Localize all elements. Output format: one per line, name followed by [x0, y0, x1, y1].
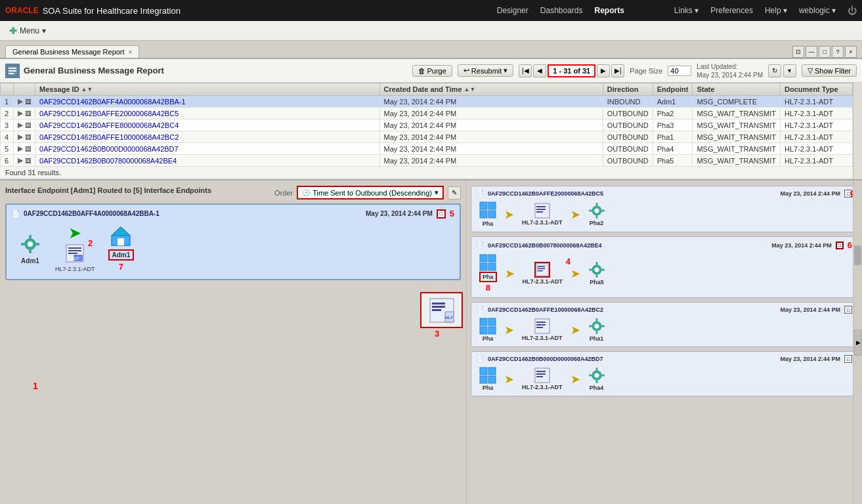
- svg-rect-52: [601, 269, 605, 271]
- pha4-card-minimize[interactable]: □: [844, 355, 852, 363]
- row-msgid[interactable]: 0AF29CCD1462B0B000D0000068A42BD7: [35, 143, 379, 155]
- svg-rect-17: [118, 238, 124, 245]
- scrollbar-thumb[interactable]: [854, 245, 861, 265]
- show-filter-button[interactable]: ▽ Show Filter: [802, 64, 857, 77]
- restore-button[interactable]: ⊡: [792, 46, 804, 58]
- row-direction: INBOUND: [603, 96, 653, 108]
- svg-rect-46: [538, 270, 543, 272]
- nav-links[interactable]: Links: [674, 6, 699, 15]
- main-card-id: 0AF29CCD1462B0AFF4A0000068A42BBA-1: [24, 210, 362, 217]
- pha4-arrow: ➤: [504, 372, 514, 387]
- right-card-pha1-body: Pha ➤ HL7-2.3.1-ADT ➤: [477, 316, 852, 343]
- row-expand[interactable]: ▶ 🖼: [14, 119, 35, 131]
- annotation-2: 2: [88, 238, 93, 248]
- svg-rect-22: [432, 309, 441, 311]
- row-expand[interactable]: ▶ 🖼: [14, 131, 35, 143]
- svg-rect-80: [601, 375, 605, 377]
- nav-reports[interactable]: Reports: [595, 6, 624, 15]
- svg-rect-74: [536, 376, 543, 377]
- row-expand[interactable]: ▶ 🖼: [14, 143, 35, 155]
- table-row[interactable]: 5 ▶ 🖼 0AF29CCD1462B0B000D0000068A42BD7 M…: [1, 143, 853, 155]
- nav-dashboards[interactable]: Dashboards: [540, 6, 583, 15]
- row-msgid[interactable]: 0AF29CCD1462B0AFF4A0000068A42BBA-1: [35, 96, 379, 108]
- dropdown-button[interactable]: ▾: [783, 64, 796, 77]
- row-endpoint: Pha5: [653, 155, 693, 167]
- row-expand[interactable]: ▶ 🖼: [14, 108, 35, 119]
- nav-user[interactable]: weblogic: [799, 6, 836, 15]
- annotation-7: 7: [119, 262, 123, 272]
- tab-report[interactable]: General Business Message Report ×: [5, 45, 139, 58]
- row-msgid[interactable]: 0AF29CCD1462B0AFFE10000068A42BC2: [35, 131, 379, 143]
- row-doctype: HL7-2.3.1-ADT: [781, 143, 853, 155]
- adm1-gear-icon: [18, 232, 42, 256]
- right-card-pha4-body: Pha ➤ HL7-2.3.1-ADT ➤: [477, 366, 852, 392]
- minimize-button[interactable]: —: [806, 46, 817, 58]
- next-page-button[interactable]: ▶: [597, 64, 610, 77]
- annotation-6: 6: [848, 240, 852, 250]
- first-page-button[interactable]: |◀: [519, 64, 532, 77]
- table-row[interactable]: 6 ▶ 🖼 0AF29CCD1462B0B00780000068A42BE4 M…: [1, 155, 853, 167]
- main-card-minimize[interactable]: □: [437, 209, 446, 219]
- table-section: Message ID ▲▼ Created Date and Time ▲▼: [0, 83, 862, 180]
- maximize-button[interactable]: □: [819, 46, 830, 58]
- page-info: 1 - 31 of 31: [548, 64, 595, 77]
- adm1-house-icon: [109, 224, 133, 248]
- col-datetime[interactable]: Created Date and Time ▲▼: [379, 83, 603, 96]
- nav-help[interactable]: Help: [765, 6, 787, 15]
- col-state[interactable]: State: [693, 83, 781, 96]
- svg-point-34: [594, 209, 599, 213]
- prev-page-button[interactable]: ◀: [533, 64, 546, 77]
- table-row[interactable]: 4 ▶ 🖼 0AF29CCD1462B0AFFE10000068A42BC2 M…: [1, 131, 853, 143]
- svg-rect-63: [595, 318, 597, 322]
- row-expand[interactable]: ▶ 🖼: [14, 96, 35, 108]
- pha5-card-minimize[interactable]: □: [836, 242, 844, 249]
- tab-close-button[interactable]: ×: [129, 49, 133, 56]
- refresh-button[interactable]: ↻: [768, 64, 781, 77]
- page-size-input[interactable]: [668, 66, 691, 76]
- last-page-button[interactable]: ▶|: [611, 64, 624, 77]
- row-msgid[interactable]: 0AF29CCD1462B0AFFE20000068A42BC5: [35, 108, 379, 119]
- table-row[interactable]: 3 ▶ 🖼 0AF29CCD1462B0AFFE80000068A42BC4 M…: [1, 119, 853, 131]
- right-card-pha1: 📄 0AF29CCD1462B0AFFE10000068A42BC2 May 2…: [471, 302, 858, 347]
- menu-button[interactable]: ✚ Menu ▾: [5, 24, 50, 38]
- resubmit-button[interactable]: ↩ Resubmit ▾: [458, 64, 513, 77]
- nav-designer[interactable]: Designer: [497, 6, 528, 15]
- right-card-pha4-header: 📄 0AF29CCD1462B0B000D0000068A42BD7 May 2…: [477, 355, 852, 363]
- svg-rect-43: [536, 264, 548, 276]
- last-updated: Last Updated: May 23, 2014 2:44 PM: [697, 62, 763, 79]
- svg-point-48: [595, 268, 599, 272]
- table-row[interactable]: 2 ▶ 🖼 0AF29CCD1462B0AFFE20000068A42BC5 M…: [1, 108, 853, 119]
- row-expand[interactable]: ▶ 🖼: [14, 155, 35, 167]
- row-number: 1: [1, 96, 14, 108]
- collapse-panel-button[interactable]: ▶: [854, 329, 862, 356]
- row-endpoint: Pha1: [653, 131, 693, 143]
- svg-rect-32: [536, 211, 543, 213]
- purge-button[interactable]: 🗑 Purge: [412, 65, 452, 77]
- help-button[interactable]: ?: [832, 46, 844, 58]
- col-endpoint[interactable]: Endpoint: [653, 83, 693, 96]
- col-doctype[interactable]: Document Type: [781, 83, 853, 96]
- pha2-arrow2: ➤: [571, 207, 580, 222]
- table-scrollbar[interactable]: [853, 83, 862, 179]
- left-panel: Interface Endpoint [Adm1] Routed to [5] …: [0, 180, 466, 504]
- svg-rect-54: [488, 318, 496, 326]
- row-msgid[interactable]: 0AF29CCD1462B0B00780000068A42BE4: [35, 155, 379, 167]
- col-msgid[interactable]: Message ID ▲▼: [35, 83, 379, 96]
- right-card-pha2: 📄 0AF29CCD1462B0AFFE20000068A42BC5 May 2…: [471, 186, 858, 232]
- right-card-pha2-body: Pha ➤ HL7-2.3.1-ADT ➤: [477, 200, 852, 228]
- svg-rect-53: [480, 318, 487, 326]
- col-direction[interactable]: Direction: [603, 83, 653, 96]
- main-msg-card: 📄 0AF29CCD1462B0AFF4A0000068A42BBA-1 May…: [5, 203, 461, 280]
- svg-rect-28: [488, 211, 496, 218]
- svg-rect-71: [535, 368, 550, 383]
- order-select[interactable]: 🕒 Time Sent to Outbound (Descending) ▾: [297, 186, 444, 200]
- svg-rect-6: [29, 235, 32, 239]
- edit-order-button[interactable]: ✎: [448, 186, 461, 200]
- close-button[interactable]: ×: [845, 46, 857, 58]
- right-card-pha4: 📄 0AF29CCD1462B0B000D0000068A42BD7 May 2…: [471, 351, 858, 396]
- table-row[interactable]: 1 ▶ 🖼 0AF29CCD1462B0AFF4A0000068A42BBA-1…: [1, 96, 853, 108]
- app-title: SOA Suite for Healthcare Integration: [43, 6, 497, 16]
- row-msgid[interactable]: 0AF29CCD1462B0AFFE80000068A42BC4: [35, 119, 379, 131]
- pha1-card-minimize[interactable]: □: [844, 306, 852, 314]
- nav-preferences[interactable]: Preferences: [710, 6, 753, 15]
